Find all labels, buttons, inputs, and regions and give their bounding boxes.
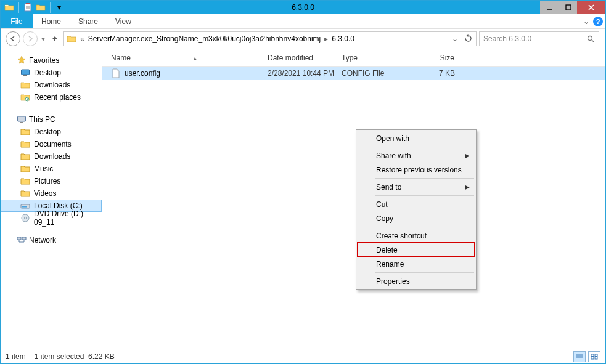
close-button[interactable] (577, 1, 605, 14)
svg-point-19 (25, 217, 27, 219)
window-controls (540, 1, 605, 14)
folder-icon (4, 2, 14, 12)
computer-icon (17, 115, 27, 124)
column-header-type[interactable]: Type (337, 49, 411, 66)
svg-rect-11 (22, 70, 30, 75)
breadcrumb-segment[interactable]: ServerManager.exe_StrongName_m3xk0k0ucj0… (88, 34, 321, 43)
svg-rect-15 (20, 122, 23, 123)
column-header-name[interactable]: Name▴ (102, 49, 263, 66)
address-bar[interactable]: « ServerManager.exe_StrongName_m3xk0k0uc… (63, 31, 477, 46)
this-pc-header[interactable]: This PC (1, 113, 102, 126)
properties-icon[interactable] (23, 2, 33, 12)
ribbon-expand-icon[interactable]: ⌄ (583, 17, 589, 26)
star-icon (17, 55, 27, 65)
folder-icon (20, 176, 30, 186)
forward-button[interactable] (23, 31, 38, 46)
menu-share-with[interactable]: Share with▶ (358, 148, 475, 163)
favorites-group: Favorites Desktop Downloads Recent place… (1, 54, 102, 103)
desktop-icon (20, 68, 30, 78)
svg-rect-20 (17, 237, 21, 240)
menu-properties[interactable]: Properties (358, 274, 475, 288)
status-selected-count: 1 item selected 6.22 KB (35, 352, 115, 361)
menu-rename[interactable]: Rename (358, 257, 475, 271)
maximize-button[interactable] (559, 1, 577, 14)
sidebar-item-desktop[interactable]: Desktop (1, 67, 102, 79)
menu-copy[interactable]: Copy (358, 211, 475, 225)
back-button[interactable] (6, 31, 20, 46)
breadcrumb-segment[interactable]: 6.3.0.0 (332, 34, 354, 43)
qat-dropdown-icon[interactable]: ▾ (55, 1, 63, 14)
refresh-icon[interactable] (464, 34, 472, 43)
search-placeholder: Search 6.3.0.0 (483, 34, 587, 43)
submenu-arrow-icon: ▶ (465, 184, 470, 190)
tab-view[interactable]: View (107, 14, 140, 28)
address-dropdown-icon[interactable]: ⌄ (452, 34, 458, 43)
sort-indicator-icon: ▴ (133, 55, 257, 61)
menu-send-to[interactable]: Send to▶ (358, 180, 475, 194)
sidebar-item-recent-places[interactable]: Recent places (1, 91, 102, 103)
drive-icon (20, 201, 30, 211)
quick-access-toolbar: ▾ (1, 1, 63, 14)
file-name: user.config (125, 69, 160, 78)
svg-rect-31 (595, 357, 597, 359)
column-header-date[interactable]: Date modified (263, 49, 337, 66)
svg-rect-17 (22, 206, 27, 208)
svg-rect-14 (18, 116, 26, 121)
file-tab[interactable]: File (1, 14, 33, 28)
navigation-bar: ▾ « ServerManager.exe_StrongName_m3xk0k0… (1, 29, 605, 49)
sidebar-item-dvd-drive[interactable]: DVD Drive (D:) 09_11 (1, 212, 102, 224)
svg-rect-30 (591, 357, 594, 359)
help-icon[interactable]: ? (593, 17, 603, 26)
separator (50, 2, 51, 13)
column-header-size[interactable]: Size (411, 49, 460, 66)
network-group: Network (1, 234, 102, 246)
file-icon (111, 68, 121, 78)
minimize-button[interactable] (540, 1, 559, 14)
svg-rect-29 (595, 354, 597, 357)
menu-cut[interactable]: Cut (358, 197, 475, 211)
sidebar-item-downloads[interactable]: Downloads (1, 150, 102, 163)
thispc-group: This PC Desktop Documents Downloads Musi… (1, 113, 102, 224)
folder-icon (20, 139, 30, 149)
svg-line-10 (592, 40, 594, 42)
file-row[interactable]: user.config 2/28/2021 10:44 PM CONFIG Fi… (102, 67, 605, 80)
sidebar-item-desktop[interactable]: Desktop (1, 126, 102, 138)
file-date: 2/28/2021 10:44 PM (263, 69, 337, 78)
sidebar-item-videos[interactable]: Videos (1, 187, 102, 200)
menu-create-shortcut[interactable]: Create shortcut (358, 229, 475, 243)
sidebar-item-music[interactable]: Music (1, 163, 102, 175)
sidebar-item-pictures[interactable]: Pictures (1, 175, 102, 187)
svg-rect-6 (566, 5, 571, 10)
new-folder-icon[interactable] (36, 2, 46, 12)
navigation-pane: Favorites Desktop Downloads Recent place… (1, 49, 102, 349)
menu-open-with[interactable]: Open with (358, 131, 475, 145)
svg-rect-1 (26, 3, 30, 4)
up-button[interactable] (49, 33, 61, 45)
sidebar-item-downloads[interactable]: Downloads (1, 79, 102, 91)
history-dropdown-icon[interactable]: ▾ (40, 34, 46, 43)
tab-share[interactable]: Share (70, 14, 107, 28)
folder-icon (20, 152, 30, 161)
favorites-header[interactable]: Favorites (1, 54, 102, 67)
titlebar: ▾ 6.3.0.0 (1, 1, 605, 14)
sidebar-item-documents[interactable]: Documents (1, 138, 102, 150)
large-icons-view-button[interactable] (588, 351, 600, 362)
menu-restore-previous-versions[interactable]: Restore previous versions (358, 163, 475, 177)
context-menu: Open with Share with▶ Restore previous v… (356, 129, 477, 290)
svg-rect-28 (591, 354, 594, 357)
tab-home[interactable]: Home (33, 14, 70, 28)
search-input[interactable]: Search 6.3.0.0 (479, 31, 599, 46)
search-icon[interactable] (587, 35, 595, 43)
window-title: 6.3.0.0 (1, 3, 605, 12)
details-view-button[interactable] (573, 351, 586, 362)
folder-icon (20, 164, 30, 174)
dvd-icon (20, 213, 30, 223)
chevron-icon[interactable]: ▸ (323, 34, 329, 43)
menu-separator (375, 272, 474, 273)
chevron-icon[interactable]: « (79, 34, 86, 43)
menu-separator (375, 147, 474, 147)
menu-separator (375, 227, 474, 227)
menu-delete[interactable]: Delete (358, 243, 475, 257)
network-header[interactable]: Network (1, 234, 102, 246)
explorer-window: ▾ 6.3.0.0 File Home Share View ⌄ ? (0, 0, 606, 364)
